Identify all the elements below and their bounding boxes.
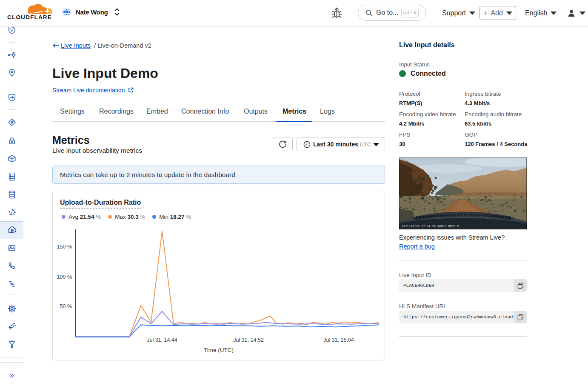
svg-text:2021/10/20 17:54:29 AUKEY DROZ: 2021/10/20 17:54:29 AUKEY DROZ P	[402, 225, 459, 228]
svg-text:CLOUDFLARE: CLOUDFLARE	[7, 14, 52, 20]
svg-text:100 %: 100 %	[57, 274, 72, 280]
svg-text:50 %: 50 %	[60, 303, 72, 309]
svg-text:Jul 31, 14:52: Jul 31, 14:52	[233, 337, 264, 343]
svg-text:Jul 31, 15:04: Jul 31, 15:04	[323, 337, 354, 343]
svg-text:Jul 31, 14:44: Jul 31, 14:44	[147, 337, 177, 343]
svg-text:150 %: 150 %	[57, 244, 72, 250]
